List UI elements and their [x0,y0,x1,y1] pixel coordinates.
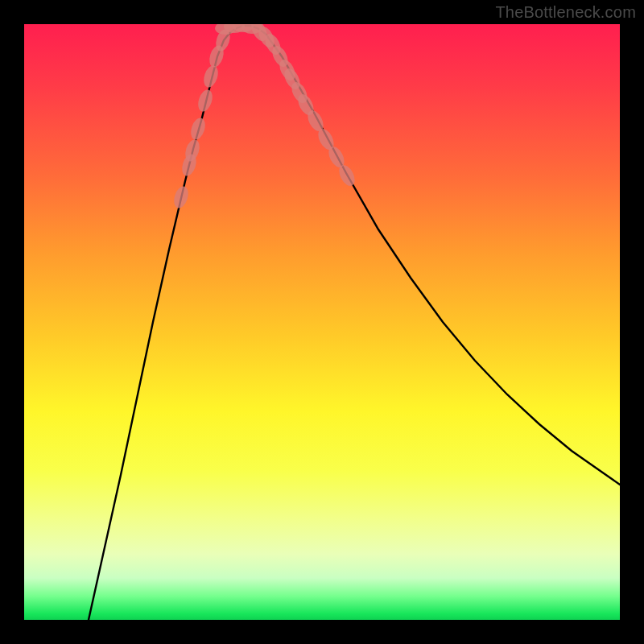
curve-markers [171,24,358,210]
curve-marker [201,64,221,89]
plot-area [24,24,620,620]
chart-svg [24,24,620,620]
curve-marker [188,116,208,142]
watermark-text: TheBottleneck.com [495,3,636,22]
bottleneck-curve [89,26,620,620]
curve-marker [171,184,191,210]
chart-frame: TheBottleneck.com [0,0,644,644]
curve-marker [196,88,215,114]
